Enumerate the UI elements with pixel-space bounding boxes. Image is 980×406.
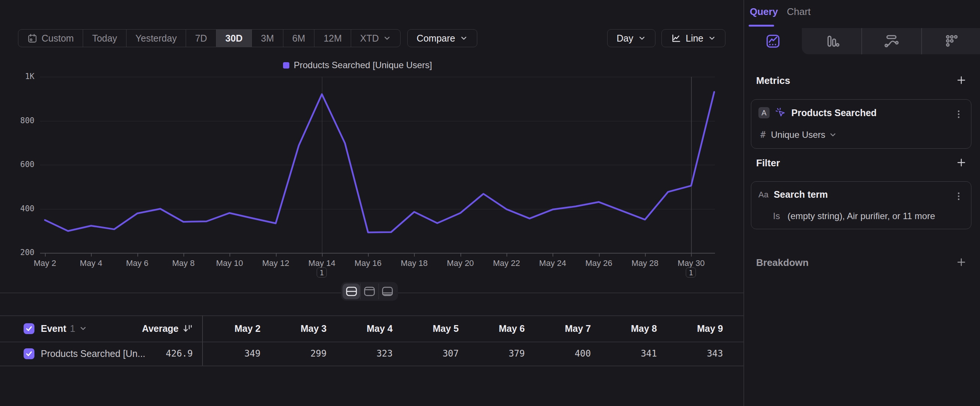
kebab-menu-icon (954, 191, 964, 202)
table-cell-value: 341 (593, 342, 657, 366)
metric-options-button[interactable] (954, 108, 964, 121)
property-type-label: Aa (758, 190, 768, 200)
filter-operator[interactable]: Is (773, 211, 780, 221)
event-count: 1 (70, 323, 75, 334)
active-tab-underline (749, 25, 774, 27)
tab-chart[interactable]: Chart (787, 6, 811, 18)
metrics-heading: Metrics (756, 75, 790, 86)
add-metric-button[interactable] (955, 74, 967, 86)
aggregation-symbol: # (760, 130, 765, 140)
flows-icon (883, 33, 900, 50)
sort-descending-icon (182, 323, 193, 334)
select-all-checkbox[interactable] (24, 323, 35, 334)
chevron-down-icon (79, 324, 87, 333)
layout-split-icon (345, 286, 358, 297)
table-date-header[interactable]: May 5 (395, 315, 459, 342)
chevron-down-icon (829, 131, 837, 139)
table-date-header[interactable]: May 6 (461, 315, 525, 342)
breakdown-heading: Breakdown (756, 257, 808, 269)
metric-card-row1: A Products Searched (758, 107, 877, 118)
layout-split-button[interactable] (342, 283, 360, 299)
table-cell-value: 379 (461, 342, 525, 366)
layout-toggle-group (341, 282, 398, 301)
report-type-tabs (744, 28, 980, 54)
metric-aggregation-row: # Unique Users (760, 130, 837, 140)
tab-funnels[interactable] (802, 28, 861, 54)
table-row: Products Searched [Un... 426.9 349299323… (0, 342, 743, 366)
table-cell-value: 299 (263, 342, 327, 366)
event-header-dropdown[interactable]: Event 1 (41, 323, 87, 334)
filter-heading: Filter (756, 157, 780, 169)
table-date-header[interactable]: May 9 (660, 315, 723, 342)
layout-table-only-button[interactable] (379, 283, 396, 299)
tab-more-reports[interactable] (921, 28, 980, 54)
table-date-header[interactable]: May 4 (329, 315, 393, 342)
tab-flows[interactable] (861, 28, 921, 54)
aggregation-label: Unique Users (771, 130, 825, 140)
funnels-icon (823, 33, 840, 50)
filter-card-row1: Aa Search term (758, 189, 828, 200)
filter-property-name[interactable]: Search term (774, 189, 828, 200)
table-date-header[interactable]: May 2 (197, 315, 261, 342)
filter-condition-row: Is (empty string), Air purifier, or 11 m… (773, 211, 935, 221)
plus-icon (956, 256, 967, 268)
add-breakdown-button[interactable] (955, 256, 967, 268)
average-header[interactable]: Average (112, 323, 193, 334)
sidebar-tabs: Query Chart (744, 0, 980, 28)
filter-card[interactable]: Aa Search term Is (empty string), Air pu… (751, 181, 971, 229)
insights-icon (764, 33, 782, 50)
kebab-menu-icon (954, 108, 964, 120)
series-line (45, 92, 714, 232)
event-header-label: Event (41, 323, 66, 334)
average-header-label: Average (142, 323, 178, 334)
check-icon (25, 350, 33, 358)
layout-bottom-icon (381, 286, 394, 297)
event-click-icon (775, 107, 786, 118)
plus-icon (956, 157, 967, 168)
dots-grid-icon (943, 33, 960, 50)
check-icon (25, 325, 33, 333)
metric-card[interactable]: A Products Searched # Unique Users (751, 99, 971, 149)
table-cell-value: 400 (527, 342, 591, 366)
layout-top-icon (363, 286, 376, 297)
row-checkbox[interactable] (24, 348, 35, 359)
table-cell-value: 349 (197, 342, 261, 366)
table-date-header[interactable]: May 7 (527, 315, 591, 342)
add-filter-button[interactable] (955, 156, 967, 169)
table-header-row: Event 1 Average May 2May 3May 4May 5May … (0, 315, 743, 342)
table-cell-value: 307 (395, 342, 459, 366)
plus-icon (956, 75, 967, 86)
table-date-header[interactable]: May 3 (263, 315, 327, 342)
filter-value-summary[interactable]: (empty string), Air purifier, or 11 more (788, 211, 935, 221)
row-average-value: 426.9 (118, 348, 193, 359)
query-sidebar: Query Chart (743, 0, 980, 406)
filter-options-button[interactable] (954, 191, 964, 203)
table-cell-value: 343 (660, 342, 723, 366)
table-date-header[interactable]: May 8 (593, 315, 657, 342)
tab-query[interactable]: Query (750, 6, 778, 18)
aggregation-dropdown[interactable]: Unique Users (771, 130, 837, 140)
layout-chart-only-button[interactable] (360, 283, 378, 299)
table-cell-value: 323 (329, 342, 393, 366)
table-bottom-border (0, 366, 743, 366)
metric-letter-badge: A (758, 107, 770, 118)
tab-insights[interactable] (744, 28, 802, 54)
main-area: CustomTodayYesterday7D30D3M6M12MXTD Comp… (0, 0, 743, 406)
metric-event-name[interactable]: Products Searched (791, 107, 877, 118)
